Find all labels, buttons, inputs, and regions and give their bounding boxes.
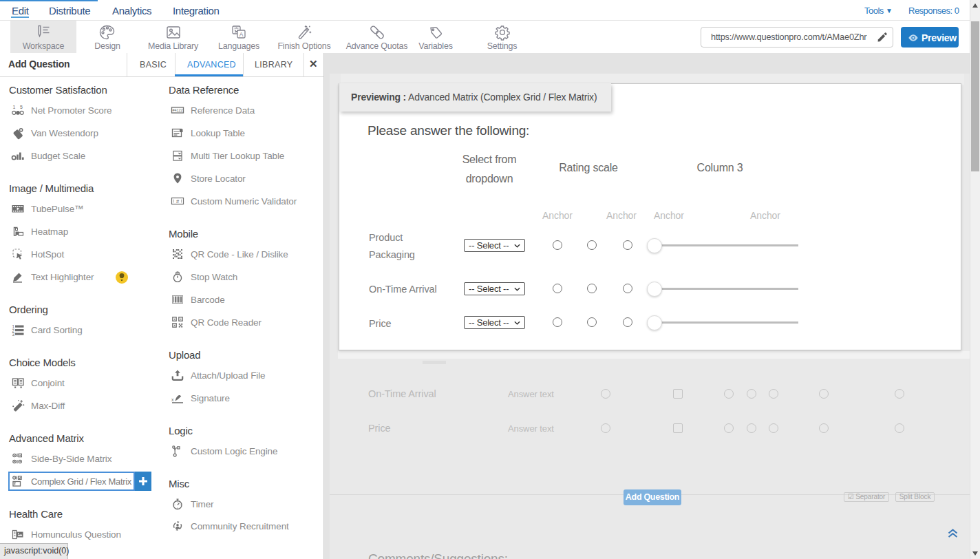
svg-text:x: x	[171, 397, 174, 402]
svg-text:#: #	[176, 198, 180, 204]
svg-text:3: 3	[12, 332, 15, 337]
svg-text:#4122: #4122	[173, 108, 183, 112]
svg-text:5: 5	[20, 105, 23, 109]
svg-text:A: A	[239, 31, 244, 38]
svg-text:1: 1	[13, 105, 16, 109]
